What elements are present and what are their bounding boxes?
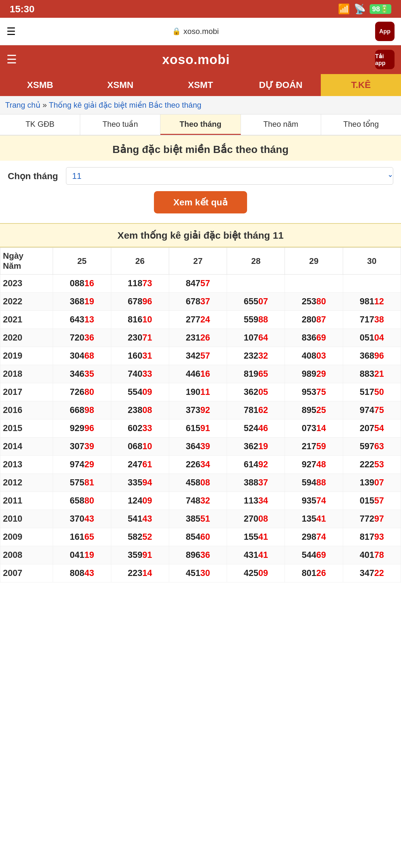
data-cell: 36219 — [227, 438, 285, 456]
data-cell: 74033 — [111, 365, 169, 383]
data-cell: 65507 — [227, 293, 285, 311]
data-cell: 59488 — [285, 474, 343, 492]
data-cell — [343, 275, 401, 293]
data-cell: 64313 — [53, 311, 111, 329]
data-cell: 22634 — [169, 456, 227, 474]
data-cell: 37043 — [53, 510, 111, 528]
sub-tab-theo-thang[interactable]: Theo tháng — [160, 115, 241, 135]
filter-form: Chọn tháng 1 2 3 4 5 6 7 8 9 10 11 12 Xe… — [0, 161, 401, 223]
data-cell: 84757 — [169, 275, 227, 293]
table-row: 2018346357403344616819659892988321 — [0, 365, 401, 383]
data-cell: 33594 — [111, 474, 169, 492]
data-cell: 16165 — [53, 528, 111, 546]
year-cell: 2007 — [0, 564, 53, 583]
month-select[interactable]: 1 2 3 4 5 6 7 8 9 10 11 12 — [66, 167, 393, 185]
data-cell: 36896 — [343, 347, 401, 365]
data-cell: 38551 — [169, 510, 227, 528]
wifi-icon: 📡 — [354, 3, 366, 14]
nav-menu: XSMB XSMN XSMT DỰ ĐOÁN T.KÊ — [0, 74, 401, 96]
data-cell: 16031 — [111, 347, 169, 365]
data-cell: 01557 — [343, 492, 401, 510]
data-cell: 44616 — [169, 365, 227, 383]
col-header-25: 25 — [53, 248, 111, 275]
url-text: xoso.mobi — [183, 27, 219, 36]
month-label: Chọn tháng — [8, 171, 60, 181]
data-cell: 67837 — [169, 293, 227, 311]
table-row: 2016668982380837392781628952597475 — [0, 401, 401, 420]
search-button[interactable]: Xem kết quả — [154, 191, 247, 213]
data-cell: 78162 — [227, 401, 285, 420]
data-cell: 43141 — [227, 546, 285, 564]
site-header: ☰ xoso.mobi Tải app — [0, 45, 401, 74]
data-cell: 34722 — [343, 564, 401, 583]
table-row: 2014307390681036439362192175959763 — [0, 438, 401, 456]
data-cell: 45130 — [169, 564, 227, 583]
breadcrumb: Trang chủ » Thống kê giải đặc biệt miền … — [0, 96, 401, 115]
year-cell: 2008 — [0, 546, 53, 564]
table-heading: Xem thống kê giải đặc biệt tháng 11 — [0, 223, 401, 247]
hamburger-icon[interactable]: ☰ — [6, 25, 16, 37]
sub-tab-theo-tuan[interactable]: Theo tuần — [80, 115, 160, 135]
data-table: Ngày Năm 25 26 27 28 29 30 2023088161187… — [0, 247, 401, 583]
col-header-26: 26 — [111, 248, 169, 275]
year-cell: 2015 — [0, 420, 53, 438]
year-cell: 2016 — [0, 401, 53, 420]
data-cell: 36439 — [169, 438, 227, 456]
data-cell: 61591 — [169, 420, 227, 438]
data-cell: 92996 — [53, 420, 111, 438]
table-row: 2010370435414338551270081354177297 — [0, 510, 401, 528]
browser-url: 🔒 xoso.mobi — [16, 27, 375, 36]
nav-xsmb[interactable]: XSMB — [0, 74, 80, 96]
data-cell: 88321 — [343, 365, 401, 383]
data-cell: 22253 — [343, 456, 401, 474]
sub-tab-tkgdb[interactable]: TK GĐB — [0, 115, 80, 135]
data-cell: 10764 — [227, 329, 285, 347]
data-cell: 65880 — [53, 492, 111, 510]
data-cell: 06810 — [111, 438, 169, 456]
data-cell: 71738 — [343, 311, 401, 329]
data-cell: 34257 — [169, 347, 227, 365]
col-header-27: 27 — [169, 248, 227, 275]
year-cell: 2017 — [0, 383, 53, 401]
data-cell: 05104 — [343, 329, 401, 347]
data-cell: 95375 — [285, 383, 343, 401]
data-cell: 25380 — [285, 293, 343, 311]
year-cell: 2012 — [0, 474, 53, 492]
table-row: 2007808432231445130425098012634722 — [0, 564, 401, 583]
data-cell: 11334 — [227, 492, 285, 510]
sub-tab-theo-nam[interactable]: Theo năm — [241, 115, 321, 135]
data-cell: 36819 — [53, 293, 111, 311]
data-cell: 54143 — [111, 510, 169, 528]
table-row: 2019304681603134257232324080336896 — [0, 347, 401, 365]
breadcrumb-home[interactable]: Trang chủ — [5, 100, 40, 109]
status-icons: 📶 📡 98🔋 — [338, 3, 391, 14]
sub-tabs: TK GĐB Theo tuần Theo tháng Theo năm The… — [0, 115, 401, 135]
data-cell: 98929 — [285, 365, 343, 383]
year-cell: 2019 — [0, 347, 53, 365]
menu-hamburger-icon[interactable]: ☰ — [6, 53, 17, 66]
nav-tke[interactable]: T.KÊ — [321, 74, 401, 96]
data-cell: 52446 — [227, 420, 285, 438]
table-row: 2022368196789667837655072538098112 — [0, 293, 401, 311]
data-cell: 74832 — [169, 492, 227, 510]
data-cell: 89525 — [285, 401, 343, 420]
table-row: 2021643138161027724559882808771738 — [0, 311, 401, 329]
breadcrumb-current[interactable]: Thống kê giải đặc biệt miền Bắc theo thá… — [49, 100, 202, 109]
signal-icon: 📶 — [338, 3, 350, 14]
data-cell: 98112 — [343, 293, 401, 311]
download-app-button[interactable]: Tải app — [375, 50, 395, 69]
data-cell: 22314 — [111, 564, 169, 583]
data-cell: 28087 — [285, 311, 343, 329]
sub-tab-theo-tong[interactable]: Theo tổng — [321, 115, 401, 135]
nav-xsmn[interactable]: XSMN — [80, 74, 160, 96]
nav-xsmt[interactable]: XSMT — [160, 74, 241, 96]
data-cell: 35991 — [111, 546, 169, 564]
app-icon[interactable]: App — [375, 22, 395, 41]
year-cell: 2013 — [0, 456, 53, 474]
data-cell: 42509 — [227, 564, 285, 583]
nav-du-doan[interactable]: DỰ ĐOÁN — [241, 74, 321, 96]
data-cell — [285, 275, 343, 293]
data-cell: 19011 — [169, 383, 227, 401]
data-cell: 23808 — [111, 401, 169, 420]
data-cell: 80126 — [285, 564, 343, 583]
